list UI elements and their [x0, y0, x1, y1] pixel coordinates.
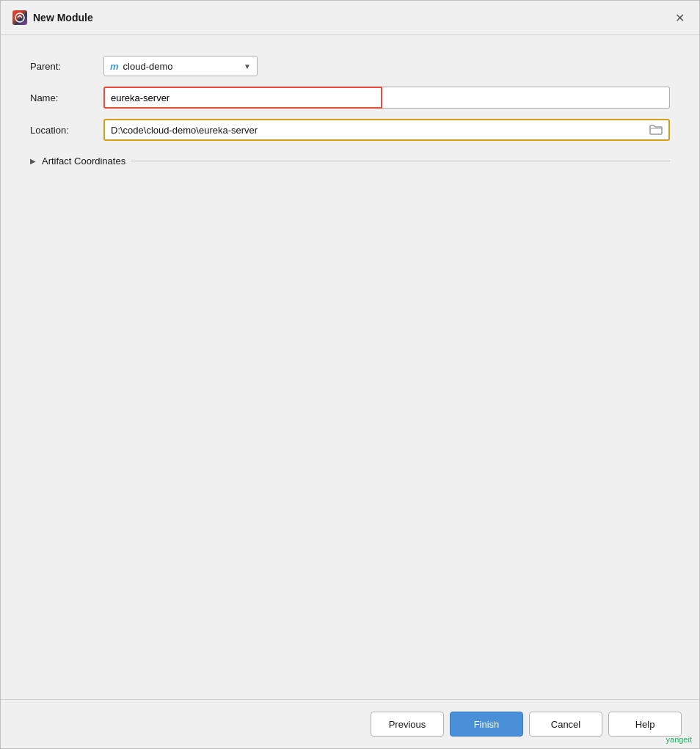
maven-icon: m [110, 61, 119, 72]
parent-row: Parent: m cloud-demo ▼ [30, 56, 670, 76]
cancel-button[interactable]: Cancel [529, 712, 602, 737]
title-bar-left: New Module [12, 10, 93, 25]
help-button[interactable]: Help [608, 712, 682, 737]
name-label: Name: [30, 92, 103, 103]
dialog-title: New Module [33, 12, 93, 23]
parent-input-area: m cloud-demo ▼ [103, 56, 670, 76]
artifact-section[interactable]: ▶ Artifact Coordinates [30, 156, 670, 167]
location-input[interactable] [111, 125, 646, 136]
location-label: Location: [30, 125, 103, 136]
artifact-section-title: Artifact Coordinates [42, 156, 125, 167]
name-row: Name: [30, 87, 670, 109]
svg-point-0 [15, 13, 24, 22]
dialog-footer: Previous Finish Cancel Help [1, 699, 699, 748]
parent-label: Parent: [30, 61, 103, 72]
dropdown-arrow-icon: ▼ [244, 62, 251, 70]
name-inputs [103, 87, 670, 109]
parent-dropdown[interactable]: m cloud-demo ▼ [103, 56, 258, 76]
dialog-content: Parent: m cloud-demo ▼ Name: Location: [1, 35, 699, 699]
browse-folder-button[interactable] [646, 123, 666, 137]
name-secondary-input[interactable] [382, 87, 670, 109]
previous-button[interactable]: Previous [371, 712, 444, 737]
watermark: yangeit [666, 735, 692, 744]
new-module-dialog: New Module ✕ Parent: m cloud-demo ▼ Name… [0, 0, 700, 749]
location-row: Location: [30, 119, 670, 141]
finish-button[interactable]: Finish [450, 712, 523, 737]
artifact-chevron-icon: ▶ [30, 157, 36, 165]
section-divider-line [131, 161, 670, 161]
title-bar: New Module ✕ [1, 1, 699, 35]
app-icon [12, 10, 27, 25]
close-button[interactable]: ✕ [671, 10, 688, 26]
name-primary-input[interactable] [103, 87, 382, 109]
location-input-wrapper [103, 119, 670, 141]
parent-dropdown-value: cloud-demo [123, 61, 240, 72]
